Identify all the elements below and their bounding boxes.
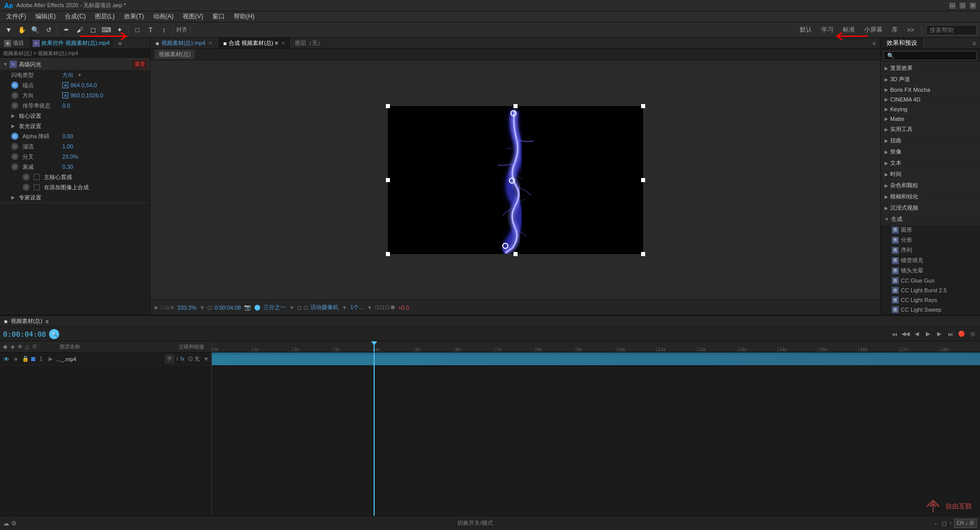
source-tab[interactable]: ■ 视频素材(总).mp4 ✕ [151,38,218,48]
transport-prev-frame[interactable]: ◀ [913,330,921,338]
handle-tr[interactable] [641,104,645,108]
menu-animation[interactable]: 动画(A) [149,11,178,22]
transport-first[interactable]: ⏮ [890,330,898,338]
tab-project[interactable]: ■ 项目 [0,38,29,48]
cat-header-blur[interactable]: ▶ 模糊和锐化 [880,191,980,203]
restore-button[interactable]: □ [960,3,966,9]
ctrl-views[interactable]: 1个... [350,304,363,311]
workspace-default[interactable]: 默认 [797,24,815,35]
transport-next-frame[interactable]: ▶ [935,330,943,338]
tool-stamp[interactable]: ⌨ [101,24,112,36]
tool-rect[interactable]: □ [132,24,143,36]
timeline-timecode[interactable]: 0:00:04:08 [3,330,46,338]
core-settings-row[interactable]: ▶ 核心设置 [11,112,41,120]
comp-tab[interactable]: ■ 合成 视频素材(总) ≡ ✕ [218,38,291,48]
main-core-stopwatch[interactable]: ⏱ [22,173,30,181]
effect-lens-fill[interactable]: 图 镜管填充 [880,256,980,266]
cat-header-distort[interactable]: ▶ 扭曲 [880,135,980,146]
turbulence-stopwatch[interactable]: ⏱ [11,143,18,150]
help-search[interactable] [926,25,977,35]
main-core-checkbox[interactable] [34,174,40,180]
glow-settings-row[interactable]: ▶ 发光设置 [11,122,41,130]
tool-move[interactable]: ↕ [158,24,169,36]
tab-effect-controls[interactable]: fx 效果控件 视频素材(总).mp4 [29,38,114,48]
track-parent-dropdown[interactable]: ▼ [203,356,209,363]
transport-preview[interactable]: ◎ [969,330,977,338]
cat-header-utility[interactable]: ▶ 实用工具 [880,124,980,135]
endpoint-stopwatch[interactable]: ⏱ [11,82,18,89]
anchor-mid[interactable] [509,178,515,184]
lightning-type-value[interactable]: 方向 ▼ [62,71,147,79]
comp-tab-close[interactable]: ✕ [281,40,285,46]
tool-brush[interactable]: 🖌 [74,24,85,36]
menu-composition[interactable]: 合成(C) [61,11,90,22]
menu-edit[interactable]: 编辑(E) [31,11,60,22]
minimize-button[interactable]: — [949,3,955,9]
tool-hand[interactable]: ✋ [16,24,28,36]
icon-eye[interactable]: ◉ [3,344,8,349]
cat-header-3d-glasses[interactable]: ▶ 笼置效果 [880,63,980,74]
handle-bl[interactable] [386,252,390,256]
breadcrumb-comp[interactable]: 视频素材(总) [155,49,194,59]
handle-bc[interactable] [513,252,518,256]
cat-header-text[interactable]: ▶ 文本 [880,158,980,169]
scrubber[interactable]: 🔍 [49,329,59,339]
workspace-standard[interactable]: 标准 [840,24,858,35]
menu-file[interactable]: 文件(F) [2,11,30,22]
menu-view[interactable]: 视图(V) [179,11,207,22]
cat-header-matte[interactable]: ▶ Matte [880,114,980,124]
tool-zoom[interactable]: 🔍 [30,24,41,36]
comp-panel-menu[interactable]: ≡ [869,39,880,47]
menu-help[interactable]: 帮助(H) [230,11,259,22]
cat-header-3d-channel[interactable]: ▶ 3D 声道 [880,74,980,85]
icon-shy[interactable]: △ [25,344,29,349]
track-solo-1[interactable]: ◈ [12,355,20,363]
endpoint-coords[interactable]: 864.0,54.0 [70,82,97,88]
cat-header-boris[interactable]: ▶ Boris FX Mocha [880,85,980,95]
workspace-library[interactable]: 库 [889,24,901,35]
track-mode-fx[interactable]: fx [181,356,185,362]
direction-coords[interactable]: 960.0,1026.0 [70,92,103,98]
endpoint-link[interactable]: ⊕ [62,82,68,88]
effect-cc-light-rays[interactable]: 图 CC Light Rays [880,295,980,305]
alpha-value[interactable]: 0.00 [62,133,147,139]
ctrl-thirds[interactable]: 三分之一 [263,304,286,311]
cat-header-keying[interactable]: ▶ Keying [880,105,980,114]
transport-play[interactable]: ▶ [924,330,932,338]
cat-header-generate[interactable]: ▼ 生成 [880,214,980,225]
effect-lens-flare[interactable]: 图 镜头光晕 [880,266,980,276]
bottom-icon-4[interactable]: ◻ [942,520,947,527]
ctrl-timecode[interactable]: 0:00:04:08 [214,305,241,311]
transport-play-rev[interactable]: ◀◀ [901,330,910,338]
menu-window[interactable]: 窗口 [208,11,229,22]
ctrl-camera[interactable]: 活动摄像机 [310,304,338,311]
handle-mr[interactable] [641,178,645,182]
handle-ml[interactable] [386,178,390,182]
alpha-stopwatch[interactable]: ⏱ [11,133,18,140]
composite-stopwatch[interactable]: ⏱ [22,184,30,191]
cat-header-noise[interactable]: ▶ 杂色和颗粒 [880,180,980,191]
track-name-1[interactable]: ..._.mp4 [56,356,163,362]
direction-stopwatch[interactable]: ⏱ [11,92,18,99]
tool-text[interactable]: T [145,24,156,36]
track-eye-1[interactable]: 👁 [2,355,10,363]
cat-header-keying2[interactable]: ▶ 抠像 [880,146,980,158]
effect-cc-glue[interactable]: 图 CC Glue Gun [880,276,980,286]
ctrl-zoom[interactable]: 333.3% [177,305,196,311]
cat-header-immersive[interactable]: ▶ 沉浸式视频 [880,203,980,214]
tab-source[interactable]: ≡ [114,38,126,48]
bottom-icon-3[interactable]: ← [934,520,940,527]
track-lock-1[interactable]: 🔒 [21,355,30,363]
workspace-expand[interactable]: >> [904,26,917,35]
tool-pen[interactable]: ✒ [61,24,72,36]
effect-cc-light-sweep[interactable]: 图 CC Light Sweep [880,305,980,315]
timeline-playhead[interactable] [374,352,375,516]
transport-last[interactable]: ⏭ [946,330,954,338]
menu-effects[interactable]: 效果(T) [120,11,148,22]
workspace-small-screen[interactable]: 小屏幕 [861,24,886,35]
bottom-icon-5[interactable]: ↑ [949,520,952,527]
handle-br[interactable] [641,252,645,256]
fx-panel-menu[interactable]: ≡ [968,40,980,47]
workspace-learn[interactable]: 学习 [818,24,837,35]
effect-sequence[interactable]: 图 序列 [880,245,980,256]
